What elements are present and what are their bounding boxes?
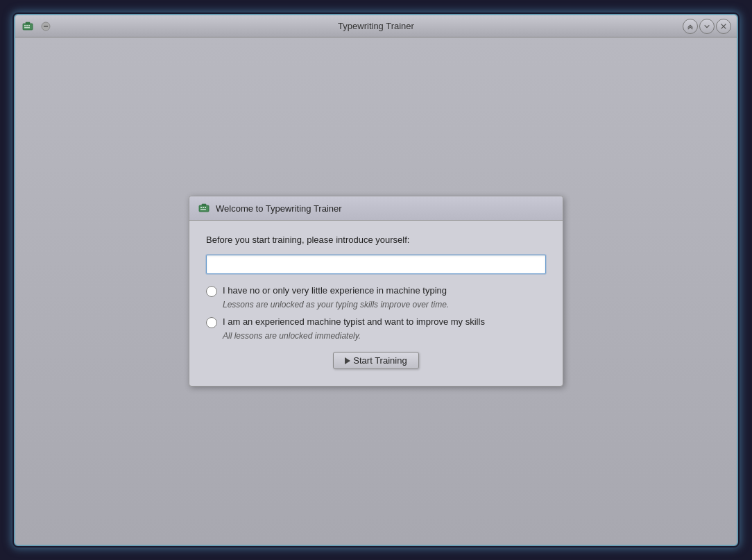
title-bar-left bbox=[21, 19, 53, 33]
dialog-title-bar: Welcome to Typewriting Trainer bbox=[189, 196, 563, 221]
title-bar: Typewriting Trainer bbox=[15, 15, 737, 37]
svg-rect-11 bbox=[200, 207, 202, 208]
svg-rect-10 bbox=[199, 205, 209, 212]
experienced-radio-item: I am an experienced machine typist and w… bbox=[206, 316, 546, 328]
experience-radio-group: I have no or only very little experience… bbox=[206, 285, 546, 341]
main-window: Typewriting Trainer bbox=[14, 14, 738, 546]
svg-rect-15 bbox=[202, 204, 206, 205]
beginner-label[interactable]: I have no or only very little experience… bbox=[223, 285, 447, 296]
experienced-label[interactable]: I am an experienced machine typist and w… bbox=[223, 316, 485, 327]
title-bar-controls bbox=[683, 19, 731, 34]
play-icon bbox=[345, 357, 350, 364]
svg-rect-4 bbox=[24, 27, 30, 28]
close-button[interactable] bbox=[716, 19, 731, 34]
beginner-radio-item: I have no or only very little experience… bbox=[206, 285, 546, 297]
experienced-radio[interactable] bbox=[206, 317, 217, 328]
name-input[interactable] bbox=[206, 255, 546, 274]
beginner-radio[interactable] bbox=[206, 286, 217, 297]
svg-rect-14 bbox=[200, 209, 206, 210]
intro-text: Before you start training, please introd… bbox=[206, 235, 546, 245]
app-icon bbox=[21, 19, 35, 33]
window-content: Welcome to Typewriting Trainer Before yo… bbox=[15, 37, 737, 545]
beginner-hint: Lessons are unlocked as your typing skil… bbox=[223, 300, 546, 309]
svg-rect-0 bbox=[23, 24, 33, 30]
shade-button[interactable] bbox=[683, 19, 698, 34]
svg-rect-1 bbox=[24, 25, 26, 26]
svg-rect-5 bbox=[26, 22, 30, 24]
maximize-button[interactable] bbox=[699, 19, 715, 34]
window-title: Typewriting Trainer bbox=[338, 21, 414, 31]
dialog-title: Welcome to Typewriting Trainer bbox=[216, 203, 342, 214]
svg-rect-13 bbox=[205, 207, 206, 208]
experienced-hint: All lessons are unlocked immediately. bbox=[223, 331, 546, 341]
svg-rect-3 bbox=[28, 25, 30, 26]
svg-rect-12 bbox=[203, 207, 204, 208]
start-training-button[interactable]: Start Training bbox=[333, 352, 418, 369]
start-button-label: Start Training bbox=[353, 355, 407, 366]
welcome-dialog: Welcome to Typewriting Trainer Before yo… bbox=[189, 196, 563, 387]
button-row: Start Training bbox=[206, 352, 546, 369]
svg-rect-2 bbox=[26, 25, 28, 26]
dialog-body: Before you start training, please introd… bbox=[189, 221, 563, 386]
dialog-icon bbox=[198, 202, 210, 214]
titlebar-extra-icon[interactable] bbox=[39, 19, 53, 33]
